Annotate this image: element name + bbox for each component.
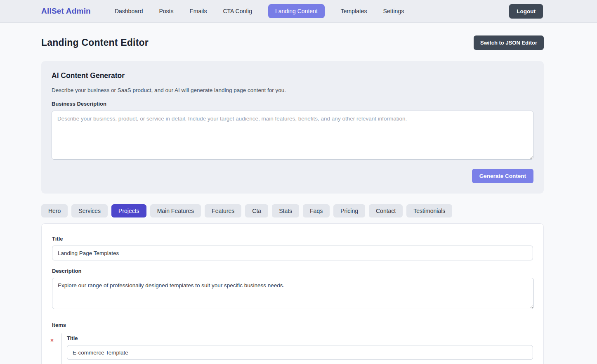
tab-stats[interactable]: Stats xyxy=(272,204,299,217)
items-label: Items xyxy=(52,322,533,328)
title-input[interactable] xyxy=(52,246,533,260)
item-title-input[interactable] xyxy=(67,345,533,360)
business-description-textarea[interactable] xyxy=(52,111,533,160)
generator-title: AI Content Generator xyxy=(52,71,533,80)
generate-content-button[interactable]: Generate Content xyxy=(472,169,533,183)
business-description-label: Business Description xyxy=(52,101,533,107)
nav-links: DashboardPostsEmailsCTA ConfigLanding Co… xyxy=(115,4,404,18)
remove-item-button[interactable]: × xyxy=(47,335,57,345)
section-editor-card: Title Description Explore our range of p… xyxy=(41,223,544,364)
tab-features[interactable]: Features xyxy=(205,204,241,217)
page-header: Landing Content Editor Switch to JSON Ed… xyxy=(41,35,544,50)
tab-testimonials[interactable]: Testimonials xyxy=(406,204,452,217)
nav-item-posts[interactable]: Posts xyxy=(159,8,173,14)
tab-projects[interactable]: Projects xyxy=(111,204,146,217)
section-tabs: HeroServicesProjectsMain FeaturesFeature… xyxy=(41,204,544,217)
page-title: Landing Content Editor xyxy=(41,37,149,48)
tab-services[interactable]: Services xyxy=(71,204,108,217)
tab-contact[interactable]: Contact xyxy=(369,204,403,217)
nav-item-landing-content[interactable]: Landing Content xyxy=(268,4,325,18)
switch-to-json-editor-button[interactable]: Switch to JSON Editor xyxy=(474,35,544,50)
tab-faqs[interactable]: Faqs xyxy=(303,204,330,217)
title-label: Title xyxy=(52,236,533,242)
items-list: ×Title xyxy=(52,333,533,364)
nav-item-cta-config[interactable]: CTA Config xyxy=(223,8,252,14)
description-label: Description xyxy=(52,268,533,274)
generator-subtitle: Describe your business or SaaS product, … xyxy=(52,87,533,93)
nav-item-emails[interactable]: Emails xyxy=(189,8,207,14)
logout-button[interactable]: Logout xyxy=(509,4,543,19)
nav-item-settings[interactable]: Settings xyxy=(383,8,404,14)
brand-logo[interactable]: AllSet Admin xyxy=(41,7,91,16)
tab-cta[interactable]: Cta xyxy=(245,204,268,217)
item-row: ×Title xyxy=(47,333,533,364)
generate-button-row: Generate Content xyxy=(52,169,533,183)
navbar: AllSet Admin DashboardPostsEmailsCTA Con… xyxy=(0,0,597,23)
nav-item-dashboard[interactable]: Dashboard xyxy=(115,8,143,14)
item-title-label: Title xyxy=(67,335,533,341)
nav-item-templates[interactable]: Templates xyxy=(341,8,367,14)
tab-main-features[interactable]: Main Features xyxy=(150,204,201,217)
tab-hero[interactable]: Hero xyxy=(41,204,68,217)
tab-pricing[interactable]: Pricing xyxy=(333,204,365,217)
description-textarea[interactable]: Explore our range of professionally desi… xyxy=(52,278,534,309)
ai-content-generator-card: AI Content Generator Describe your busin… xyxy=(41,61,544,194)
main-content: Landing Content Editor Switch to JSON Ed… xyxy=(41,23,544,364)
item-fields-group: Title xyxy=(61,333,533,364)
